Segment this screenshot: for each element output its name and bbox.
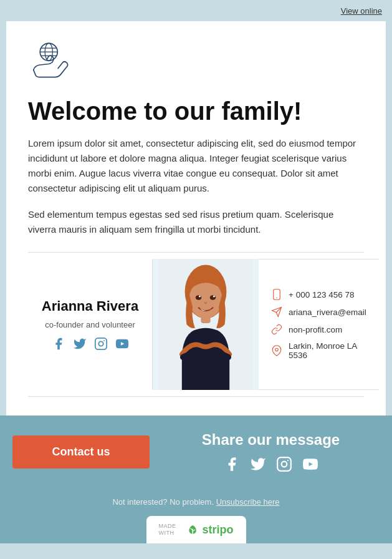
contact-us-button[interactable]: Contact us <box>12 435 150 469</box>
stripo-leaf-icon <box>188 522 197 537</box>
body-text-2: Sed elementum tempus egestas sed sed ris… <box>28 207 364 237</box>
svg-point-7 <box>103 340 105 341</box>
svg-point-6 <box>98 341 103 346</box>
profile-left: Arianna Rivera co-founder and volunteer <box>28 259 153 390</box>
profile-name: Arianna Rivera <box>42 298 138 314</box>
phone-icon <box>271 289 282 300</box>
unsubscribe-link[interactable]: Unsubscribe here <box>216 497 280 507</box>
youtube-icon[interactable] <box>115 337 129 351</box>
share-section: Share our message <box>162 431 380 472</box>
contact-phone: + 000 123 456 78 <box>271 289 366 300</box>
stripo-name: stripo <box>202 523 233 537</box>
facebook-icon[interactable] <box>52 337 65 351</box>
stripo-made-text: MADE WITH <box>159 523 184 537</box>
svg-point-14 <box>210 295 216 300</box>
svg-rect-20 <box>277 457 291 471</box>
profile-contact: + 000 123 456 78 ariana_rivera@email non… <box>259 259 379 390</box>
main-card: Welcome to our family! Lorem ipsum dolor… <box>6 21 386 416</box>
svg-point-13 <box>196 295 202 300</box>
share-heading: Share our message <box>162 431 380 449</box>
svg-point-15 <box>199 296 201 298</box>
svg-rect-5 <box>95 338 106 349</box>
unsubscribe-text: Not interested? No problem. <box>112 497 214 507</box>
contact-email: ariana_rivera@email <box>271 306 366 318</box>
svg-point-21 <box>281 462 287 467</box>
top-bar: View online <box>0 0 392 21</box>
profile-photo <box>156 259 256 390</box>
footer-row1: Contact us Share our message <box>12 431 380 472</box>
profile-title: co-founder and volunteer <box>45 320 135 329</box>
profile-social-icons <box>52 337 129 351</box>
svg-point-18 <box>276 298 277 299</box>
contact-address: Larkin, Monroe LA 5536 <box>271 341 366 360</box>
view-online-link[interactable]: View online <box>341 6 382 16</box>
svg-point-19 <box>275 348 279 351</box>
twitter-icon[interactable] <box>73 337 87 351</box>
contact-website: non-profit.com <box>271 324 366 335</box>
location-icon <box>271 345 282 356</box>
link-icon <box>271 324 282 335</box>
footer-twitter-icon[interactable] <box>250 456 266 472</box>
footer-youtube-icon[interactable] <box>302 456 318 472</box>
profile-photo-area <box>153 259 259 390</box>
welcome-heading: Welcome to our family! <box>28 97 364 125</box>
svg-point-16 <box>213 296 215 298</box>
stripo-badge: MADE WITH stripo <box>146 516 246 543</box>
instagram-icon[interactable] <box>94 337 108 351</box>
footer-facebook-icon[interactable] <box>224 456 240 472</box>
body-text-1: Lorem ipsum dolor sit amet, consectetur … <box>28 136 364 196</box>
footer-instagram-icon[interactable] <box>276 456 292 472</box>
footer-social-icons <box>162 456 380 472</box>
email-icon <box>271 306 282 318</box>
profile-section: Arianna Rivera co-founder and volunteer <box>28 252 364 397</box>
logo-area <box>28 40 364 86</box>
globe-hand-icon <box>28 40 72 84</box>
unsubscribe-row: Not interested? No problem. Unsubscribe … <box>12 485 380 516</box>
footer: Contact us Share our message <box>0 416 392 543</box>
svg-point-22 <box>287 460 288 461</box>
